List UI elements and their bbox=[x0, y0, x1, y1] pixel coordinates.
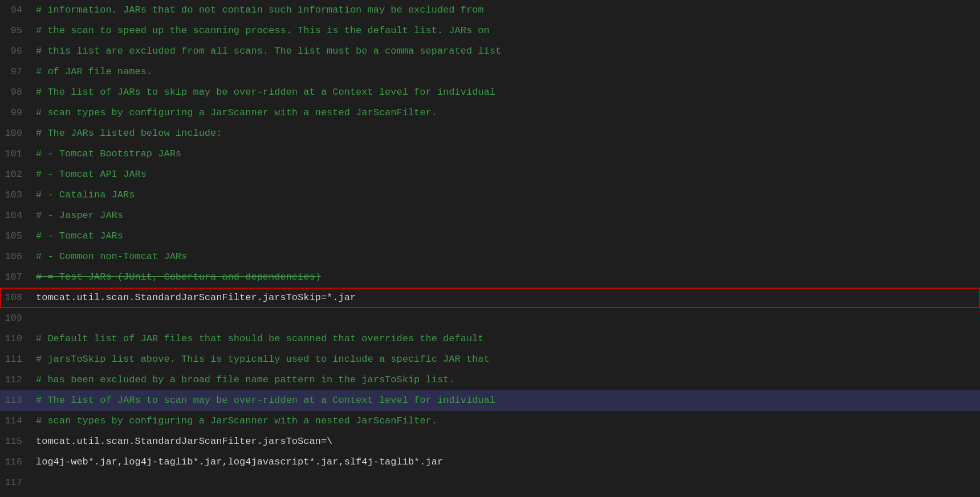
line-content: # the scan to speed up the scanning proc… bbox=[31, 21, 980, 41]
line-content: # - Catalina JARs bbox=[31, 185, 980, 205]
line-number: 118 bbox=[0, 493, 31, 497]
line-content: # = Test JARs (JUnit, Cobertura and depe… bbox=[31, 267, 980, 288]
code-line: 100# The JARs listed below include: bbox=[0, 123, 980, 144]
line-number: 94 bbox=[0, 0, 31, 21]
code-line: 115tomcat.util.scan.StandardJarScanFilte… bbox=[0, 431, 980, 452]
code-line: 99# scan types by configuring a JarScann… bbox=[0, 103, 980, 123]
line-content: # this list are excluded from all scans.… bbox=[31, 41, 980, 62]
line-number: 116 bbox=[0, 452, 31, 472]
line-number: 95 bbox=[0, 21, 31, 41]
line-number: 109 bbox=[0, 308, 31, 329]
line-content: # Default list of JAR files that should … bbox=[31, 329, 980, 349]
line-content: # - Jasper JARs bbox=[31, 205, 980, 226]
code-line: 112# has been excluded by a broad file n… bbox=[0, 370, 980, 390]
code-line: 110# Default list of JAR files that shou… bbox=[0, 329, 980, 349]
code-line: 109 bbox=[0, 308, 980, 329]
line-number: 99 bbox=[0, 103, 31, 123]
line-content: # has been excluded by a broad file name… bbox=[31, 370, 980, 390]
line-number: 107 bbox=[0, 267, 31, 288]
code-line: 107# = Test JARs (JUnit, Cobertura and d… bbox=[0, 267, 980, 288]
line-content: # - Tomcat Bootstrap JARs bbox=[31, 144, 980, 164]
code-line: 118# String cache configuration. bbox=[0, 493, 980, 497]
line-number: 105 bbox=[0, 226, 31, 247]
line-content: # information. JARs that do not contain … bbox=[31, 0, 980, 21]
code-editor: 94# information. JARs that do not contai… bbox=[0, 0, 980, 497]
code-line: 97# of JAR file names. bbox=[0, 62, 980, 82]
code-line: 94# information. JARs that do not contai… bbox=[0, 0, 980, 21]
line-content: # - Common non-Tomcat JARs bbox=[31, 247, 980, 267]
line-content: # The list of JARs to skip may be over-r… bbox=[31, 82, 980, 103]
line-content: # String cache configuration. bbox=[31, 493, 980, 497]
line-content: # of JAR file names. bbox=[31, 62, 980, 82]
code-line: 96# this list are excluded from all scan… bbox=[0, 41, 980, 62]
code-line: 108tomcat.util.scan.StandardJarScanFilte… bbox=[0, 288, 980, 308]
code-line: 111# jarsToSkip list above. This is typi… bbox=[0, 349, 980, 370]
code-line: 116log4j-web*.jar,log4j-taglib*.jar,log4… bbox=[0, 452, 980, 472]
code-line: 103# - Catalina JARs bbox=[0, 185, 980, 205]
line-number: 103 bbox=[0, 185, 31, 205]
code-line: 114# scan types by configuring a JarScan… bbox=[0, 411, 980, 431]
line-number: 117 bbox=[0, 472, 31, 493]
code-line: 113# The list of JARs to scan may be ove… bbox=[0, 390, 980, 411]
line-content: # jarsToSkip list above. This is typical… bbox=[31, 349, 980, 370]
line-number: 101 bbox=[0, 144, 31, 164]
line-number: 97 bbox=[0, 62, 31, 82]
code-line: 117 bbox=[0, 472, 980, 493]
line-number: 100 bbox=[0, 123, 31, 144]
code-line: 102# - Tomcat API JARs bbox=[0, 164, 980, 185]
code-line: 98# The list of JARs to skip may be over… bbox=[0, 82, 980, 103]
line-number: 110 bbox=[0, 329, 31, 349]
code-line: 104# - Jasper JARs bbox=[0, 205, 980, 226]
line-content: # scan types by configuring a JarScanner… bbox=[31, 103, 980, 123]
line-content: # The list of JARs to scan may be over-r… bbox=[31, 390, 980, 411]
code-line: 106# - Common non-Tomcat JARs bbox=[0, 247, 980, 267]
line-content: tomcat.util.scan.StandardJarScanFilter.j… bbox=[31, 431, 980, 452]
line-content: # - Tomcat API JARs bbox=[31, 164, 980, 185]
line-number: 96 bbox=[0, 41, 31, 62]
line-number: 112 bbox=[0, 370, 31, 390]
line-number: 114 bbox=[0, 411, 31, 431]
line-number: 102 bbox=[0, 164, 31, 185]
line-content: # The JARs listed below include: bbox=[31, 123, 980, 144]
line-content: log4j-web*.jar,log4j-taglib*.jar,log4jav… bbox=[31, 452, 980, 472]
line-number: 113 bbox=[0, 390, 31, 411]
line-number: 108 bbox=[0, 288, 31, 308]
line-content: # scan types by configuring a JarScanner… bbox=[31, 411, 980, 431]
line-content: tomcat.util.scan.StandardJarScanFilter.j… bbox=[31, 288, 980, 308]
line-number: 115 bbox=[0, 431, 31, 452]
line-number: 106 bbox=[0, 247, 31, 267]
line-content: # - Tomcat JARs bbox=[31, 226, 980, 247]
line-number: 104 bbox=[0, 205, 31, 226]
line-number: 111 bbox=[0, 349, 31, 370]
code-line: 101# - Tomcat Bootstrap JARs bbox=[0, 144, 980, 164]
code-line: 95# the scan to speed up the scanning pr… bbox=[0, 21, 980, 41]
line-number: 98 bbox=[0, 82, 31, 103]
code-line: 105# - Tomcat JARs bbox=[0, 226, 980, 247]
